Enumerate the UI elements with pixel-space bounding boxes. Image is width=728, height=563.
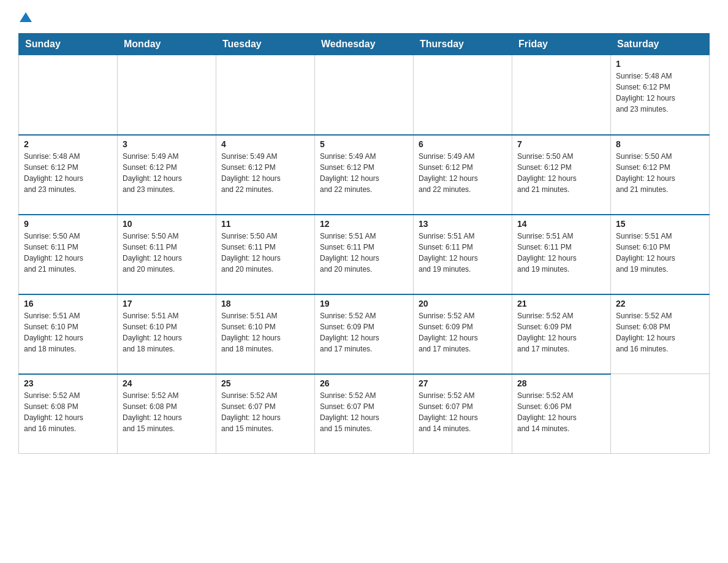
calendar-cell: 3Sunrise: 5:49 AM Sunset: 6:12 PM Daylig…: [118, 135, 216, 215]
day-number: 20: [419, 299, 507, 308]
day-info: Sunrise: 5:52 AM Sunset: 6:06 PM Dayligh…: [517, 390, 605, 434]
day-info: Sunrise: 5:50 AM Sunset: 6:11 PM Dayligh…: [123, 231, 211, 275]
calendar-cell: 15Sunrise: 5:51 AM Sunset: 6:10 PM Dayli…: [611, 215, 710, 294]
calendar-week-2: 2Sunrise: 5:48 AM Sunset: 6:12 PM Daylig…: [19, 135, 710, 215]
day-number: 7: [517, 139, 605, 149]
calendar-week-5: 23Sunrise: 5:52 AM Sunset: 6:08 PM Dayli…: [19, 374, 710, 454]
calendar-cell: [315, 55, 414, 135]
calendar-week-1: 1Sunrise: 5:48 AM Sunset: 6:12 PM Daylig…: [19, 55, 710, 135]
day-number: 28: [517, 378, 605, 388]
day-number: 26: [320, 378, 408, 388]
day-info: Sunrise: 5:51 AM Sunset: 6:10 PM Dayligh…: [616, 231, 704, 275]
day-info: Sunrise: 5:52 AM Sunset: 6:07 PM Dayligh…: [221, 390, 309, 434]
calendar-week-4: 16Sunrise: 5:51 AM Sunset: 6:10 PM Dayli…: [19, 294, 710, 374]
day-info: Sunrise: 5:52 AM Sunset: 6:09 PM Dayligh…: [419, 310, 507, 354]
day-number: 9: [24, 219, 112, 229]
day-number: 13: [419, 219, 507, 229]
weekday-header-tuesday: Tuesday: [216, 34, 315, 55]
day-number: 17: [123, 299, 211, 308]
day-number: 21: [517, 299, 605, 308]
day-info: Sunrise: 5:49 AM Sunset: 6:12 PM Dayligh…: [419, 151, 507, 195]
day-number: 10: [123, 219, 211, 229]
calendar-cell: 1Sunrise: 5:48 AM Sunset: 6:12 PM Daylig…: [611, 55, 710, 135]
day-info: Sunrise: 5:52 AM Sunset: 6:08 PM Dayligh…: [123, 390, 211, 434]
weekday-header-saturday: Saturday: [611, 34, 710, 55]
day-number: 6: [419, 139, 507, 149]
calendar-cell: 26Sunrise: 5:52 AM Sunset: 6:07 PM Dayli…: [315, 374, 414, 454]
calendar-week-3: 9Sunrise: 5:50 AM Sunset: 6:11 PM Daylig…: [19, 215, 710, 294]
calendar-cell: 11Sunrise: 5:50 AM Sunset: 6:11 PM Dayli…: [216, 215, 315, 294]
calendar-cell: 9Sunrise: 5:50 AM Sunset: 6:11 PM Daylig…: [19, 215, 118, 294]
calendar-cell: 12Sunrise: 5:51 AM Sunset: 6:11 PM Dayli…: [315, 215, 414, 294]
weekday-header-friday: Friday: [512, 34, 611, 55]
day-number: 16: [24, 299, 112, 308]
day-number: 25: [221, 378, 309, 388]
calendar-cell: 8Sunrise: 5:50 AM Sunset: 6:12 PM Daylig…: [611, 135, 710, 215]
calendar-cell: [118, 55, 216, 135]
day-number: 15: [616, 219, 704, 229]
calendar-cell: 6Sunrise: 5:49 AM Sunset: 6:12 PM Daylig…: [414, 135, 512, 215]
day-info: Sunrise: 5:51 AM Sunset: 6:11 PM Dayligh…: [419, 231, 507, 275]
calendar-cell: 2Sunrise: 5:48 AM Sunset: 6:12 PM Daylig…: [19, 135, 118, 215]
day-number: 8: [616, 139, 704, 149]
day-number: 1: [616, 59, 704, 69]
weekday-header-thursday: Thursday: [414, 34, 512, 55]
day-info: Sunrise: 5:50 AM Sunset: 6:11 PM Dayligh…: [221, 231, 309, 275]
page-header: [18, 12, 710, 21]
calendar-cell: [19, 55, 118, 135]
day-info: Sunrise: 5:50 AM Sunset: 6:12 PM Dayligh…: [616, 151, 704, 195]
calendar-cell: 24Sunrise: 5:52 AM Sunset: 6:08 PM Dayli…: [118, 374, 216, 454]
day-info: Sunrise: 5:51 AM Sunset: 6:10 PM Dayligh…: [123, 310, 211, 354]
day-info: Sunrise: 5:48 AM Sunset: 6:12 PM Dayligh…: [24, 151, 112, 195]
day-info: Sunrise: 5:52 AM Sunset: 6:09 PM Dayligh…: [517, 310, 605, 354]
day-info: Sunrise: 5:49 AM Sunset: 6:12 PM Dayligh…: [123, 151, 211, 195]
calendar-cell: 17Sunrise: 5:51 AM Sunset: 6:10 PM Dayli…: [118, 294, 216, 374]
day-info: Sunrise: 5:52 AM Sunset: 6:08 PM Dayligh…: [24, 390, 112, 434]
logo: [18, 12, 32, 21]
day-number: 4: [221, 139, 309, 149]
calendar-cell: 21Sunrise: 5:52 AM Sunset: 6:09 PM Dayli…: [512, 294, 611, 374]
calendar-header-row: SundayMondayTuesdayWednesdayThursdayFrid…: [19, 34, 710, 55]
day-info: Sunrise: 5:49 AM Sunset: 6:12 PM Dayligh…: [320, 151, 408, 195]
day-number: 2: [24, 139, 112, 149]
calendar-table: SundayMondayTuesdayWednesdayThursdayFrid…: [18, 33, 710, 454]
day-number: 5: [320, 139, 408, 149]
calendar-cell: 19Sunrise: 5:52 AM Sunset: 6:09 PM Dayli…: [315, 294, 414, 374]
day-info: Sunrise: 5:50 AM Sunset: 6:12 PM Dayligh…: [517, 151, 605, 195]
calendar-cell: 25Sunrise: 5:52 AM Sunset: 6:07 PM Dayli…: [216, 374, 315, 454]
day-info: Sunrise: 5:52 AM Sunset: 6:08 PM Dayligh…: [616, 310, 704, 354]
day-number: 18: [221, 299, 309, 308]
weekday-header-monday: Monday: [118, 34, 216, 55]
calendar-cell: 28Sunrise: 5:52 AM Sunset: 6:06 PM Dayli…: [512, 374, 611, 454]
calendar-cell: 18Sunrise: 5:51 AM Sunset: 6:10 PM Dayli…: [216, 294, 315, 374]
day-number: 27: [419, 378, 507, 388]
day-number: 19: [320, 299, 408, 308]
calendar-cell: 23Sunrise: 5:52 AM Sunset: 6:08 PM Dayli…: [19, 374, 118, 454]
calendar-cell: 5Sunrise: 5:49 AM Sunset: 6:12 PM Daylig…: [315, 135, 414, 215]
day-number: 22: [616, 299, 704, 308]
calendar-cell: [414, 55, 512, 135]
day-info: Sunrise: 5:49 AM Sunset: 6:12 PM Dayligh…: [221, 151, 309, 195]
day-number: 11: [221, 219, 309, 229]
day-number: 3: [123, 139, 211, 149]
day-number: 14: [517, 219, 605, 229]
calendar-cell: 16Sunrise: 5:51 AM Sunset: 6:10 PM Dayli…: [19, 294, 118, 374]
calendar-cell: 4Sunrise: 5:49 AM Sunset: 6:12 PM Daylig…: [216, 135, 315, 215]
calendar-cell: 7Sunrise: 5:50 AM Sunset: 6:12 PM Daylig…: [512, 135, 611, 215]
calendar-cell: 20Sunrise: 5:52 AM Sunset: 6:09 PM Dayli…: [414, 294, 512, 374]
day-info: Sunrise: 5:52 AM Sunset: 6:09 PM Dayligh…: [320, 310, 408, 354]
calendar-cell: 13Sunrise: 5:51 AM Sunset: 6:11 PM Dayli…: [414, 215, 512, 294]
day-info: Sunrise: 5:51 AM Sunset: 6:11 PM Dayligh…: [320, 231, 408, 275]
calendar-cell: [216, 55, 315, 135]
weekday-header-wednesday: Wednesday: [315, 34, 414, 55]
day-info: Sunrise: 5:51 AM Sunset: 6:10 PM Dayligh…: [24, 310, 112, 354]
day-number: 12: [320, 219, 408, 229]
day-info: Sunrise: 5:51 AM Sunset: 6:11 PM Dayligh…: [517, 231, 605, 275]
calendar-cell: 10Sunrise: 5:50 AM Sunset: 6:11 PM Dayli…: [118, 215, 216, 294]
day-number: 24: [123, 378, 211, 388]
day-info: Sunrise: 5:52 AM Sunset: 6:07 PM Dayligh…: [419, 390, 507, 434]
calendar-cell: 14Sunrise: 5:51 AM Sunset: 6:11 PM Dayli…: [512, 215, 611, 294]
calendar-cell: [611, 374, 710, 454]
day-number: 23: [24, 378, 112, 388]
logo-arrow-icon: [20, 12, 32, 22]
